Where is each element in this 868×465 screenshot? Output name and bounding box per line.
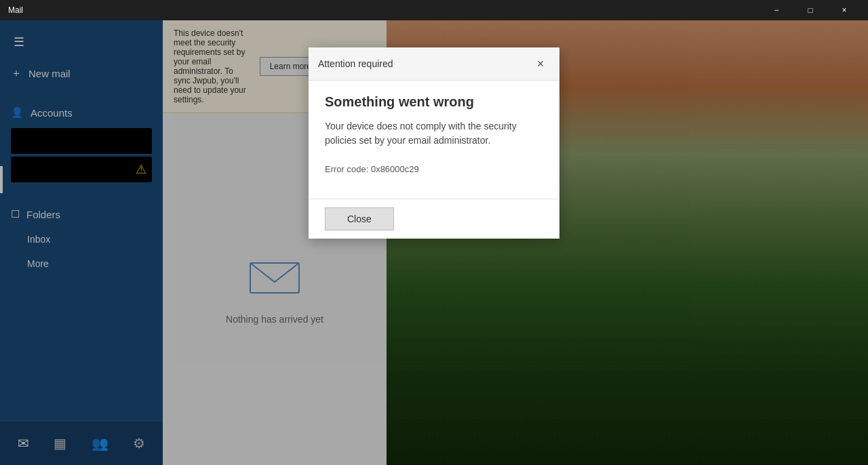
- modal-heading: Something went wrong: [325, 94, 543, 110]
- modal-message: Your device does not comply with the sec…: [325, 119, 543, 148]
- minimize-button[interactable]: −: [761, 0, 792, 20]
- title-bar-controls: − □ ×: [761, 0, 860, 20]
- modal-close-x-button[interactable]: ×: [531, 54, 550, 73]
- maximize-button[interactable]: □: [795, 0, 826, 20]
- modal-footer: Close: [309, 199, 559, 239]
- modal-title: Attention required: [318, 58, 393, 69]
- app-title: Mail: [8, 5, 23, 15]
- title-bar: Mail − □ ×: [0, 0, 868, 20]
- modal-titlebar: Attention required ×: [309, 47, 559, 81]
- title-bar-left: Mail: [8, 5, 23, 15]
- modal-close-button[interactable]: Close: [325, 207, 394, 230]
- attention-modal: Attention required × Something went wron…: [309, 47, 559, 239]
- modal-error-code: Error code: 0x86000c29: [325, 164, 543, 174]
- modal-body: Something went wrong Your device does no…: [309, 81, 559, 199]
- window-close-button[interactable]: ×: [829, 0, 860, 20]
- modal-overlay: Attention required × Something went wron…: [0, 20, 868, 465]
